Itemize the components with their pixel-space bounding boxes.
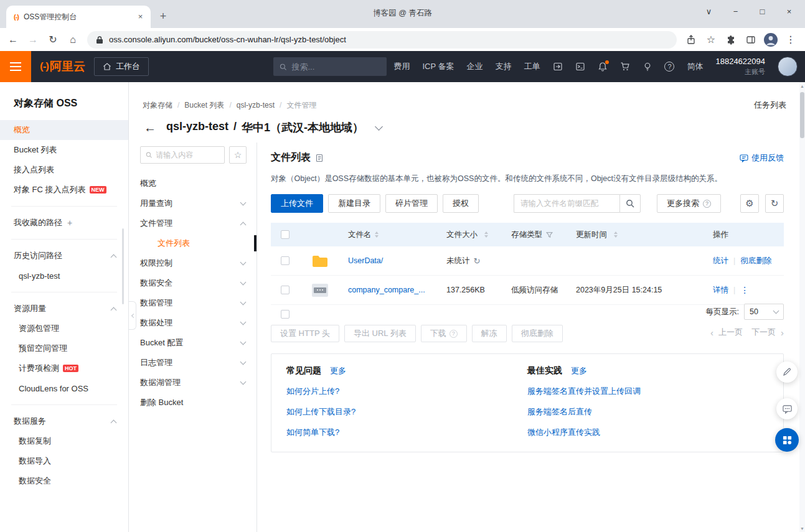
sidebar-item-billing-check[interactable]: 计费项检测 HOT	[0, 358, 128, 378]
nav-item-tickets[interactable]: 工单	[524, 61, 540, 72]
window-close-button[interactable]: ×	[776, 2, 803, 20]
account-avatar[interactable]	[778, 57, 798, 77]
name-column-header[interactable]: 文件名	[348, 230, 446, 240]
breadcrumb-oss[interactable]: 对象存储	[143, 100, 172, 111]
sort-icon[interactable]	[614, 231, 618, 238]
scroll-down-icon[interactable]: ▼	[800, 525, 804, 532]
bucket-nav-log-mgmt[interactable]: 日志管理	[140, 353, 257, 373]
reload-icon[interactable]: ↻	[44, 30, 62, 49]
sidebar-item-cloudlens[interactable]: CloudLens for OSS	[0, 378, 128, 398]
quick-apps-button[interactable]	[775, 428, 799, 452]
bookmark-star-icon[interactable]: ☆	[702, 30, 720, 49]
side-panel-icon[interactable]	[741, 30, 760, 49]
nav-item-enterprise[interactable]: 企业	[466, 61, 483, 72]
bucket-nav-permission[interactable]: 权限控制	[140, 253, 257, 273]
task-list-link[interactable]: 任务列表	[754, 100, 786, 111]
window-menu-icon[interactable]: ∨	[695, 2, 722, 20]
share-icon[interactable]	[682, 30, 700, 49]
row-checkbox[interactable]	[281, 256, 290, 265]
sort-icon[interactable]	[484, 231, 488, 238]
download-button[interactable]: 下载 ?	[421, 325, 467, 342]
prev-page-icon[interactable]: ‹	[710, 328, 713, 337]
document-icon[interactable]	[315, 154, 324, 162]
file-name-link[interactable]: UserData/	[348, 256, 383, 265]
aliyun-logo[interactable]: (-) 阿里云	[40, 58, 85, 75]
bucket-nav-file-mgmt[interactable]: 文件管理	[140, 213, 257, 233]
region-dropdown-icon[interactable]	[375, 123, 383, 131]
sidebar-item-history-bucket[interactable]: qsl-yzb-test	[0, 266, 128, 286]
tab-close-icon[interactable]: ×	[135, 12, 146, 22]
extensions-icon[interactable]	[722, 30, 740, 49]
sidebar-section-favorites[interactable]: 我收藏的路径+	[0, 213, 128, 233]
delete-action-link[interactable]: 彻底删除	[740, 256, 771, 266]
bucket-nav-overview[interactable]: 概览	[140, 174, 257, 194]
support-chat-button[interactable]	[776, 398, 798, 419]
delete-button[interactable]: 彻底删除	[512, 325, 563, 342]
window-maximize-button[interactable]: □	[749, 2, 776, 20]
prev-page-link[interactable]: 上一页	[718, 327, 743, 338]
fragments-button[interactable]: 碎片管理	[385, 194, 438, 213]
select-all-bottom-checkbox[interactable]	[281, 310, 290, 319]
row-checkbox[interactable]	[281, 286, 290, 294]
window-minimize-button[interactable]: −	[722, 2, 749, 20]
sidebar-item-data-replication[interactable]: 数据复制	[0, 431, 128, 451]
sidebar-collapse-handle[interactable]	[129, 301, 136, 330]
sidebar-section-history[interactable]: 历史访问路径	[0, 246, 128, 266]
bucket-nav-data-security[interactable]: 数据安全	[140, 273, 257, 293]
refresh-list-button[interactable]: ↻	[765, 194, 784, 213]
bucket-nav-file-list[interactable]: 文件列表	[140, 233, 257, 253]
file-search-button[interactable]	[619, 194, 641, 213]
scroll-up-icon[interactable]: ▲	[800, 82, 804, 90]
faq-link[interactable]: 如何分片上传?	[286, 386, 527, 397]
bucket-nav-search[interactable]	[140, 146, 225, 164]
sidebar-item-bucket-list[interactable]: Bucket 列表	[0, 140, 128, 160]
favorite-star-button[interactable]: ☆	[229, 146, 247, 164]
faq-link[interactable]: 如何上传下载目录?	[286, 406, 527, 418]
bucket-nav-datalake-mgmt[interactable]: 数据湖管理	[140, 373, 257, 393]
feedback-link[interactable]: 使用反馈	[740, 152, 784, 164]
new-folder-button[interactable]: 新建目录	[328, 194, 380, 213]
profile-avatar[interactable]	[761, 30, 780, 49]
per-page-select[interactable]: 50	[744, 304, 784, 320]
hamburger-menu-icon[interactable]	[0, 51, 31, 82]
restore-button[interactable]: 解冻	[472, 325, 507, 342]
nav-item-icp[interactable]: ICP 备案	[422, 61, 454, 72]
stat-action-link[interactable]: 统计	[713, 256, 728, 266]
best-practice-link[interactable]: 服务端签名后直传	[527, 406, 768, 418]
export-url-button[interactable]: 导出 URL 列表	[344, 325, 416, 342]
feedback-pencil-button[interactable]	[776, 362, 798, 383]
nav-item-billing[interactable]: 费用	[393, 61, 410, 72]
account-info[interactable]: 18824622094 主账号	[715, 57, 765, 76]
sidebar-item-reserved-capacity[interactable]: 预留空间管理	[0, 338, 128, 358]
more-search-button[interactable]: 更多搜索 ?	[657, 194, 721, 213]
sidebar-section-usage[interactable]: 资源用量	[0, 299, 128, 319]
select-all-checkbox[interactable]	[281, 230, 290, 239]
console-search-input[interactable]	[291, 62, 380, 72]
recalculate-icon[interactable]: ↻	[474, 256, 481, 266]
file-name-link[interactable]: company_compare_...	[348, 286, 425, 294]
help-icon[interactable]: ?	[664, 62, 674, 72]
best-practice-link[interactable]: 微信小程序直传实践	[527, 427, 768, 438]
detail-action-link[interactable]: 详情	[713, 285, 728, 296]
faq-more-link[interactable]: 更多	[330, 365, 346, 376]
back-icon[interactable]: ←	[4, 30, 22, 49]
bucket-nav-usage-query[interactable]: 用量查询	[140, 194, 257, 213]
bucket-nav-bucket-config[interactable]: Bucket 配置	[140, 333, 257, 353]
settings-gear-button[interactable]: ⚙	[740, 194, 759, 213]
notification-bell-icon[interactable]	[597, 62, 608, 72]
storage-column-header[interactable]: 存储类型	[511, 230, 576, 240]
updated-column-header[interactable]: 更新时间	[576, 230, 713, 240]
discover-bulb-icon[interactable]	[642, 62, 652, 72]
next-page-link[interactable]: 下一页	[751, 327, 776, 338]
sidebar-item-overview[interactable]: 概览	[0, 120, 128, 140]
breadcrumb-bucket[interactable]: qsl-yzb-test	[237, 101, 275, 110]
cloudshell-icon[interactable]	[575, 62, 585, 72]
filter-funnel-icon[interactable]	[546, 231, 553, 238]
add-favorite-icon[interactable]: +	[67, 218, 72, 228]
home-icon[interactable]: ⌂	[64, 30, 82, 49]
language-switch[interactable]: 简体	[687, 61, 703, 72]
browser-tab[interactable]: (-) OSS管理控制台 ×	[6, 6, 151, 28]
back-arrow-icon[interactable]: ←	[144, 121, 156, 134]
bucket-nav-data-process[interactable]: 数据处理	[140, 313, 257, 333]
file-search-input[interactable]	[514, 194, 619, 213]
